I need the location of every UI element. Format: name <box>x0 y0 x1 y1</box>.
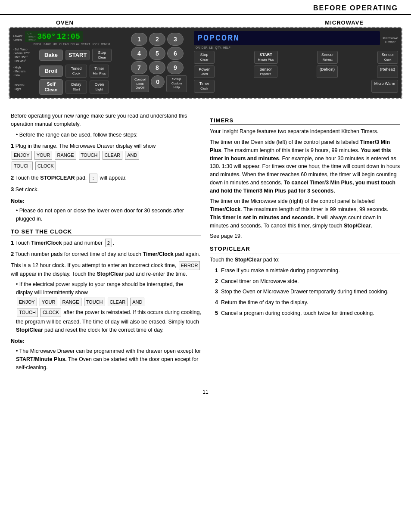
num-3-button[interactable]: 3 <box>167 33 184 46</box>
mw-status-qty: QTY. <box>215 46 221 49</box>
timer-min-plus-button[interactable]: TimerMin Plus <box>90 65 109 78</box>
defrost-button[interactable]: (Defrost) <box>317 65 338 78</box>
note-2-label: Note: <box>11 337 201 345</box>
clock-step-2: 2 Touch number pads for correct time of … <box>11 250 201 258</box>
mw-button-row-1: StopClear STARTMinute Plus SensorReheat … <box>194 51 398 64</box>
microwave-label: MICROWAVE <box>325 19 364 26</box>
status-bake: BAKE <box>44 43 51 46</box>
numpad-row-2: 4 5 6 <box>131 47 187 60</box>
display-range: RANGE <box>55 151 76 160</box>
interrupted-display-1: ENJOY YOUR RANGE TOUCH CLEAR AND <box>16 298 145 307</box>
intro-para-1: Before operating your new range make sur… <box>11 112 201 128</box>
note-2-text: • The Microwave Drawer can be programmed… <box>11 347 201 371</box>
step-3: 3 Set clock. <box>11 185 201 194</box>
error-display: ERROR <box>179 261 200 270</box>
note-1-text: • Please do not open or close the lower … <box>11 207 201 223</box>
bake-button[interactable]: Bake <box>39 50 63 61</box>
sensor-reheat-button[interactable]: SensorReheat <box>317 51 338 64</box>
int-range: RANGE <box>60 298 81 307</box>
start-button[interactable]: START <box>65 50 90 60</box>
num-8-button[interactable]: 8 <box>149 61 165 74</box>
status-warm: WARM <box>101 43 110 46</box>
clock-step-1-number: 1 <box>11 240 14 246</box>
status-broil: BROIL <box>34 43 42 46</box>
colon-display: : <box>89 174 97 183</box>
int-touch-2: TOUCH <box>17 308 38 317</box>
status-hr: HR. <box>53 43 58 46</box>
clock-step-2-number: 2 <box>11 251 14 257</box>
clock-bullet-1: • If the electrical power supply to your… <box>11 280 201 334</box>
status-clean: CLEAN <box>59 43 69 46</box>
power-level-button[interactable]: PowerLevel <box>194 65 215 78</box>
stop-clear-item-4: 4 Return the time of day to the display. <box>210 299 400 307</box>
mw-status-help: HELP <box>223 46 230 49</box>
bake-row: · Set Temp·· Warm 170°· Med 350°· Hot 45… <box>13 47 128 63</box>
mw-stop-clear-button[interactable]: StopClear <box>194 51 215 64</box>
control-lock-button[interactable]: ControlLockOn/Off <box>131 75 149 92</box>
num-1-button[interactable]: 1 <box>131 33 147 46</box>
display-sequence-1: ENJOY YOUR RANGE TOUCH CLEAR AND <box>11 151 140 160</box>
int-your: YOUR <box>40 298 58 307</box>
left-column: Before operating your new range make sur… <box>11 112 201 374</box>
num-2-button[interactable]: 2 <box>149 33 165 46</box>
status-lock: LOCK <box>92 43 100 46</box>
mw-button-row-3: TimerClock Micro Warm <box>194 80 398 93</box>
stop-clear-item-2: 2 Cancel timer on Microwave side. <box>210 277 400 286</box>
display-your: YOUR <box>34 151 53 160</box>
interrupted-display-2: TOUCH CLOCK <box>16 308 62 317</box>
int-clock: CLOCK <box>40 308 61 317</box>
lower-oven-label: LowerOven <box>13 34 22 42</box>
reheat-button[interactable]: (Reheat) <box>377 65 398 78</box>
timers-section-title: TIMERS <box>210 117 400 125</box>
mw-button-row-2: PowerLevel SensorPopcorn (Defrost) (Rehe… <box>194 65 398 78</box>
oven-left-controls: LowerOven ON TIMER TIMED 350° <box>13 31 128 95</box>
clock-step-1: 1 Touch Timer/Clock pad and number 2. <box>11 239 201 248</box>
stop-clear-oven[interactable]: StopClear <box>92 49 112 62</box>
mw-drawer-label: MicrowaveDrawer <box>383 36 398 44</box>
numpad-row-4: ControlLockOn/Off 0 SetupCustom Help <box>131 75 187 92</box>
micro-warm-button[interactable]: Micro Warm <box>371 80 398 93</box>
stop-clear-intro: Touch the Stop/Clear pad to: <box>210 256 400 264</box>
timer-clock-button[interactable]: TimerClock <box>194 80 215 93</box>
step-2: 2 Touch the STOP/CLEAR pad. : will appea… <box>11 174 201 183</box>
right-column: TIMERS Your Insight Range features two s… <box>210 112 400 374</box>
status-start: START <box>81 43 90 46</box>
note-1-label: Note: <box>11 197 201 205</box>
step-1-number: 1 <box>11 143 14 149</box>
int-enjoy: ENJOY <box>17 298 37 307</box>
mw-display-row: POPCORN ON DEF. LB. QTY. HELP MicrowaveD… <box>194 31 398 49</box>
panel-labels: OVEN MICROWAVE <box>9 19 402 26</box>
oven-time-display: 12:05 <box>57 32 80 41</box>
broil-button[interactable]: Broil <box>39 65 63 77</box>
num-0-button[interactable]: 0 <box>151 75 165 88</box>
num-6-button[interactable]: 6 <box>167 47 184 60</box>
status-delay: DELAY <box>71 43 80 46</box>
oven-light-button[interactable]: OvenLight <box>90 81 109 93</box>
indicator-timer: TIMER <box>28 35 36 38</box>
number-2-display: 2 <box>105 239 112 248</box>
self-clean-button[interactable]: SelfClean <box>39 79 63 95</box>
content-area: Before operating your new range make sur… <box>0 106 411 380</box>
delay-start-button[interactable]: DelayStart <box>65 81 87 93</box>
step-3-number: 3 <box>11 186 14 193</box>
num-4-button[interactable]: 4 <box>131 47 147 60</box>
int-touch: TOUCH <box>84 298 105 307</box>
setup-custom-button[interactable]: SetupCustom Help <box>166 75 187 92</box>
timers-para-2: The timer on the Oven side (left) of the… <box>210 138 400 195</box>
mw-start-minute-plus-button[interactable]: STARTMinute Plus <box>254 51 278 64</box>
num-9-button[interactable]: 9 <box>167 61 184 74</box>
oven-panel: LowerOven ON TIMER TIMED 350° <box>9 28 190 98</box>
num-7-button[interactable]: 7 <box>131 61 147 74</box>
numpad-row-3: 7 8 9 <box>131 61 187 74</box>
num-5-button[interactable]: 5 <box>149 47 165 60</box>
sensor-cook-button[interactable]: SensorCook <box>377 51 398 64</box>
display-clear: CLEAR <box>103 151 123 160</box>
control-panel: LowerOven ON TIMER TIMED 350° <box>9 27 402 99</box>
page-header: BEFORE OPERATING <box>0 0 411 15</box>
timed-cook-button[interactable]: TimedCook <box>65 65 87 78</box>
mw-status-def: DEF. <box>202 46 208 49</box>
indicator-timed: TIMED <box>28 38 36 41</box>
broil-row: · High· Medium· Low Broil TimedCook Time… <box>13 65 128 78</box>
sensor-popcorn-button[interactable]: SensorPopcorn <box>254 65 277 78</box>
step-2-number: 2 <box>11 174 14 181</box>
